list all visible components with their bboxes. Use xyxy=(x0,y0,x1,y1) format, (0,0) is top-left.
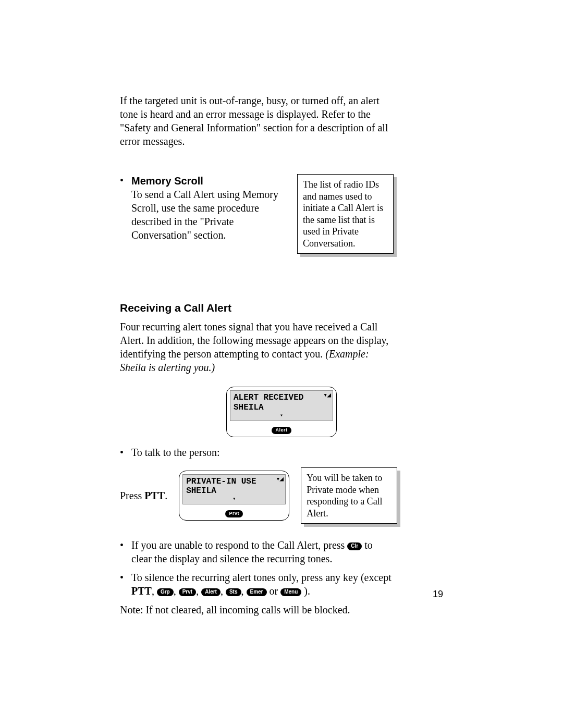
section-body: Four recurring alert tones signal that y… xyxy=(120,320,391,374)
memory-scroll-title: Memory Scroll xyxy=(131,175,203,187)
memory-scroll-row: • Memory Scroll To send a Call Alert usi… xyxy=(120,174,443,254)
memory-scroll-body: To send a Call Alert using Memory Scroll… xyxy=(131,189,278,241)
press-row: Press PTT. ▾◢ PRIVATE-IN USE SHEILA ▾ Pr… xyxy=(120,467,443,524)
sep4: , xyxy=(241,585,247,597)
prvt-key-icon: Prvt xyxy=(179,588,196,596)
memory-scroll-note: The list of radio IDs and names used to … xyxy=(297,174,394,254)
triangle-icon: ▾ xyxy=(234,413,329,418)
silence-ptt: PTT xyxy=(131,585,152,597)
unable-bullet: • If you are unable to respond to the Ca… xyxy=(120,538,443,565)
sep2: , xyxy=(196,585,201,597)
sts-key-icon: Sts xyxy=(226,588,241,596)
intro-paragraph: If the targeted unit is out-of-range, bu… xyxy=(120,94,391,148)
grp-key-icon: Grp xyxy=(157,588,174,596)
private-note: You will be taken to Private mode when r… xyxy=(301,467,397,524)
memory-scroll-note-text: The list of radio IDs and names used to … xyxy=(297,174,394,254)
lcd1-button: Alert xyxy=(272,427,291,434)
memory-scroll-bullet: • Memory Scroll To send a Call Alert usi… xyxy=(120,174,282,242)
lcd2-line1: PRIVATE-IN USE xyxy=(186,477,282,486)
section-heading: Receiving a Call Alert xyxy=(120,301,443,315)
sep3: , xyxy=(221,585,226,597)
silence-close: ). xyxy=(301,585,310,597)
press-key: PTT xyxy=(144,490,165,501)
clr-key-icon: Clr xyxy=(347,542,362,550)
triangle-icon: ▾ xyxy=(186,497,282,502)
page: If the targeted unit is out-of-range, bu… xyxy=(0,0,563,728)
press-suffix: . xyxy=(165,490,167,501)
private-note-text: You will be taken to Private mode when r… xyxy=(301,467,397,524)
lcd2-button: Prvt xyxy=(225,510,243,517)
lcd-screen-alert: ▾◢ ALERT RECEIVED SHEILA ▾ Alert xyxy=(226,387,337,437)
talk-bullet: • To talk to the person: xyxy=(120,446,443,459)
or-word: or xyxy=(267,585,281,597)
silence-bullet: • To silence the recurring alert tones o… xyxy=(120,571,443,598)
alert-key-icon: Alert xyxy=(201,588,221,596)
bullet-dot: • xyxy=(120,571,131,584)
signal-icon: ▾◢ xyxy=(276,476,283,484)
silence-pre: To silence the recurring alert tones onl… xyxy=(131,572,391,583)
sep0: , xyxy=(152,585,157,597)
final-bullets: • If you are unable to respond to the Ca… xyxy=(120,538,443,598)
press-label: Press PTT. xyxy=(120,489,167,502)
emer-key-icon: Emer xyxy=(247,588,267,596)
lcd2-line2: SHEILA xyxy=(186,486,282,496)
lcd1-line1: ALERT RECEIVED xyxy=(234,393,329,402)
bullet-dot: • xyxy=(120,446,131,459)
sep1: , xyxy=(174,585,179,597)
bullet-dot: • xyxy=(120,174,131,187)
lcd1-wrap: ▾◢ ALERT RECEIVED SHEILA ▾ Alert xyxy=(120,387,443,437)
unable-pre: If you are unable to respond to the Call… xyxy=(131,539,347,551)
menu-key-icon: Menu xyxy=(280,588,301,596)
final-note: Note: If not cleared, all incoming calls… xyxy=(120,603,443,616)
lcd1-line2: SHEILA xyxy=(234,403,329,412)
talk-bullet-text: To talk to the person: xyxy=(131,446,220,459)
press-prefix: Press xyxy=(120,490,144,501)
page-number: 19 xyxy=(433,588,443,600)
bullet-dot: • xyxy=(120,538,131,552)
lcd-screen-private: ▾◢ PRIVATE-IN USE SHEILA ▾ Prvt xyxy=(179,471,289,521)
signal-icon: ▾◢ xyxy=(323,392,331,400)
